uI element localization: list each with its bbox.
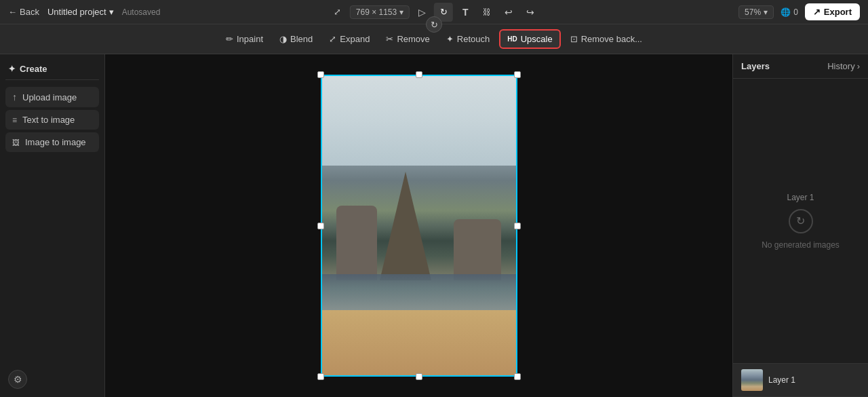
resize-icon: ⤢: [334, 7, 341, 17]
refresh-overlay: ↻: [426, 16, 442, 33]
history-button[interactable]: History ›: [827, 61, 860, 71]
create-label: Create: [20, 64, 47, 74]
sidebar-item-upload[interactable]: ↑ Upload image: [5, 87, 99, 107]
inpaint-icon: ✏: [226, 34, 233, 44]
layer-item[interactable]: Layer 1: [733, 364, 868, 397]
upscale-button[interactable]: HD Upscale: [499, 29, 560, 49]
remove-background-label: Remove back...: [581, 34, 642, 44]
redo-icon: ↪: [526, 7, 534, 18]
project-dropdown-icon: [109, 7, 114, 17]
sidebar-item-image-to-image[interactable]: 🖼 Image to image: [5, 132, 99, 152]
canvas-area[interactable]: [105, 54, 732, 397]
layers-no-images-area: Layer 1 ↻ No generated images: [733, 79, 868, 363]
link-icon: ⛓: [483, 7, 491, 17]
undo-icon: ↩: [505, 7, 513, 18]
handle-top-right[interactable]: [514, 71, 521, 78]
upscale-label: Upscale: [521, 34, 553, 44]
settings-button[interactable]: ⚙: [8, 370, 27, 389]
dimensions-text: 769 × 1153: [356, 7, 397, 17]
undo-button[interactable]: ↩: [499, 3, 518, 22]
inpaint-button[interactable]: ✏ Inpaint: [219, 31, 270, 48]
create-sparkle-icon: ✦: [8, 64, 16, 74]
sand-area: [321, 310, 517, 377]
layers-header: Layers History ›: [733, 54, 868, 79]
project-name-text: Untitled project: [47, 7, 106, 17]
settings-icon: ⚙: [14, 374, 22, 385]
blend-icon: ◑: [279, 34, 287, 44]
back-button[interactable]: Back: [8, 7, 39, 17]
rock-left: [336, 206, 377, 280]
retouch-icon: ✦: [446, 34, 454, 44]
dimensions-button[interactable]: 769 × 1153: [350, 5, 410, 19]
refresh-button[interactable]: ↻: [426, 16, 442, 33]
autosaved-status: Autosaved: [122, 7, 161, 17]
canvas-image: [321, 75, 517, 377]
sidebar: ✦ Create ↑ Upload image ≡ Text to image …: [0, 54, 105, 397]
water-area: [321, 274, 517, 310]
history-label: History: [827, 61, 854, 71]
rotate-icon: ↻: [440, 7, 448, 17]
expand-icon: ⤢: [329, 34, 336, 44]
image-to-image-icon: 🖼: [12, 138, 20, 147]
retouch-button[interactable]: ✦ Retouch: [439, 31, 496, 48]
text-to-image-icon: ≡: [12, 115, 17, 125]
globe-icon: 🌐: [781, 7, 791, 17]
handle-bottom-left[interactable]: [317, 373, 324, 380]
resize-tool-button[interactable]: ⤢: [328, 3, 347, 22]
layer-thumb-image: [741, 369, 763, 391]
zoom-text: 57%: [745, 7, 761, 17]
blend-button[interactable]: ◑ Blend: [273, 31, 319, 48]
upload-icon: ↑: [12, 92, 17, 102]
handle-middle-right[interactable]: [514, 223, 521, 229]
text-to-image-label: Text to image: [22, 115, 75, 125]
layer-name: Layer 1: [768, 375, 795, 385]
text-tool-button[interactable]: T: [456, 3, 475, 22]
handle-bottom-right[interactable]: [514, 373, 521, 380]
hd-icon: HD: [507, 35, 517, 43]
remove-button[interactable]: ✂ Remove: [379, 31, 436, 48]
redo-button[interactable]: ↪: [521, 3, 540, 22]
refresh-circle-icon: ↻: [796, 214, 805, 227]
inpaint-label: Inpaint: [237, 34, 263, 44]
export-icon: ↗: [813, 7, 821, 17]
main-layout: ✦ Create ↑ Upload image ≡ Text to image …: [0, 54, 868, 397]
handle-top-left[interactable]: [317, 71, 324, 78]
expand-label: Expand: [340, 34, 370, 44]
refresh-icon: ↻: [431, 20, 438, 30]
handle-bottom-center[interactable]: [416, 373, 422, 380]
zoom-button[interactable]: 57%: [738, 5, 774, 19]
topbar-left: Back Untitled project Autosaved: [8, 7, 160, 17]
back-icon: [8, 7, 17, 17]
layers-list: Layer 1: [733, 363, 868, 397]
project-name[interactable]: Untitled project: [47, 7, 114, 17]
blend-label: Blend: [290, 34, 313, 44]
handle-middle-left[interactable]: [317, 223, 324, 229]
retouch-label: Retouch: [457, 34, 490, 44]
text-tool-icon: T: [462, 7, 469, 18]
notifications-button[interactable]: 🌐 0: [781, 7, 798, 17]
zoom-dropdown-icon: [764, 7, 768, 17]
sidebar-header: ✦ Create: [5, 61, 99, 80]
rock-main: [380, 172, 431, 280]
play-icon: ▷: [418, 7, 426, 18]
back-label: Back: [20, 7, 39, 17]
action-bar: ↻ ✏ Inpaint ◑ Blend ⤢ Expand ✂ Remove ✦ …: [0, 24, 868, 54]
export-label: Export: [824, 7, 852, 17]
dimensions-dropdown-icon: [399, 7, 403, 17]
notifications-count: 0: [793, 7, 798, 17]
layer-1-label: Layer 1: [787, 193, 814, 202]
export-button[interactable]: ↗ Export: [805, 3, 860, 20]
expand-button[interactable]: ⤢ Expand: [322, 31, 376, 48]
layers-panel: Layers History › Layer 1 ↻ No generated …: [732, 54, 868, 397]
layers-refresh-icon: ↻: [789, 209, 813, 233]
remove-bg-icon: ⊡: [570, 34, 578, 44]
image-to-image-label: Image to image: [25, 137, 86, 147]
link-button[interactable]: ⛓: [477, 3, 496, 22]
handle-top-center[interactable]: [416, 71, 422, 78]
sidebar-item-text-to-image[interactable]: ≡ Text to image: [5, 110, 99, 130]
layer-thumbnail: [741, 369, 763, 391]
rock-right: [454, 219, 501, 280]
history-chevron-icon: ›: [857, 61, 860, 71]
scissors-icon: ✂: [386, 34, 393, 44]
remove-background-button[interactable]: ⊡ Remove back...: [564, 31, 649, 48]
